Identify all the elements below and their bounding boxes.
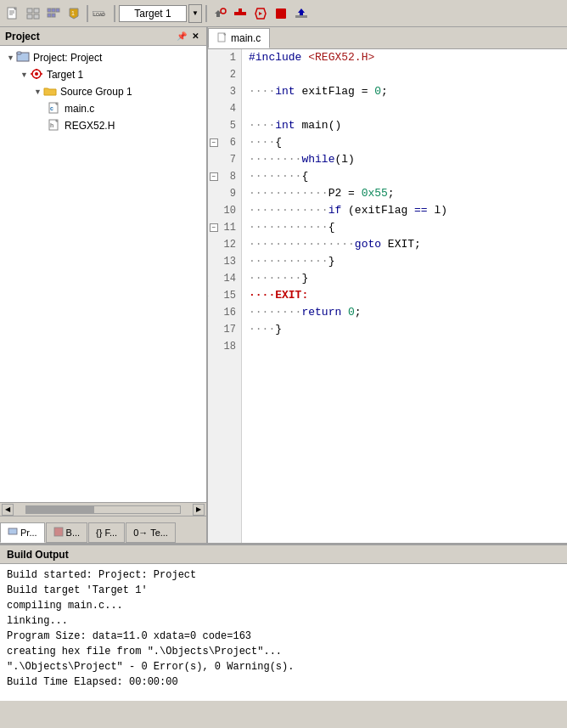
toolbar-build[interactable] bbox=[231, 4, 250, 23]
close-icon[interactable]: ✕ bbox=[189, 31, 201, 42]
header-icons: 📌 ✕ bbox=[176, 31, 201, 42]
ln-7: 7 bbox=[208, 151, 241, 168]
folder-icon bbox=[43, 85, 57, 99]
collapse-btn-6[interactable]: − bbox=[210, 138, 218, 147]
panel-tabs: Pr... B... {} F... 0→ Te... bbox=[0, 516, 206, 543]
tree-item-regx52-h[interactable]: h REGX52.H bbox=[0, 117, 206, 134]
ln-6: − 6 bbox=[208, 134, 241, 151]
code-line-17: ····} bbox=[249, 321, 560, 338]
target-dropdown[interactable]: ▼ bbox=[188, 4, 202, 23]
tab-project[interactable]: Pr... bbox=[0, 522, 45, 543]
svg-rect-24 bbox=[295, 15, 307, 18]
toolbar-rebuild[interactable] bbox=[251, 4, 270, 23]
tab-books[interactable]: B... bbox=[46, 522, 88, 543]
build-line-3: compiling main.c... bbox=[7, 598, 560, 613]
code-line-12: ················goto EXIT; bbox=[249, 236, 560, 253]
toolbar-btn-4[interactable]: 1 bbox=[65, 4, 83, 23]
code-line-16: ········return 0; bbox=[249, 304, 560, 321]
code-line-11: ············{ bbox=[249, 219, 560, 236]
svg-text:1: 1 bbox=[71, 10, 75, 16]
ln-18: 18 bbox=[208, 338, 241, 355]
code-area[interactable]: #include <REGX52.H> ····int exitFlag = 0… bbox=[242, 49, 567, 543]
code-line-1: #include <REGX52.H> bbox=[249, 49, 560, 66]
svg-rect-5 bbox=[27, 8, 32, 13]
svg-text:c: c bbox=[50, 105, 53, 111]
ln-4: 4 bbox=[208, 100, 241, 117]
svg-rect-6 bbox=[34, 8, 39, 13]
build-line-1: Build started: Project: Project bbox=[7, 567, 560, 583]
project-icon bbox=[16, 51, 30, 65]
build-line-5: Program Size: data=11.0 xdata=0 code=163 bbox=[7, 629, 560, 644]
expand-icon-source-group: ▼ bbox=[34, 87, 42, 96]
code-line-3: ····int exitFlag = 0; bbox=[249, 83, 560, 100]
target-title[interactable]: Target 1 bbox=[119, 5, 187, 22]
scroll-left-arrow[interactable]: ◀ bbox=[2, 504, 14, 516]
code-line-8: ········{ bbox=[249, 168, 560, 185]
svg-marker-25 bbox=[298, 8, 305, 15]
collapse-btn-8[interactable]: − bbox=[210, 172, 218, 181]
ln-14: 14 bbox=[208, 270, 241, 287]
build-panel: Build Output Build started: Project: Pro… bbox=[0, 544, 567, 701]
tree-label-target1: Target 1 bbox=[47, 69, 83, 81]
tree-item-project-root[interactable]: ▼ Project: Project bbox=[0, 49, 206, 66]
tab-functions[interactable]: {} F... bbox=[88, 522, 125, 543]
toolbar-btn-3[interactable] bbox=[44, 4, 63, 23]
ln-8: − 8 bbox=[208, 168, 241, 185]
scroll-right-arrow[interactable]: ▶ bbox=[193, 504, 205, 516]
toolbar-btn-2[interactable] bbox=[24, 4, 42, 23]
tree-item-source-group[interactable]: ▼ Source Group 1 bbox=[0, 83, 206, 100]
ln-2: 2 bbox=[208, 66, 241, 83]
scrollbar-thumb bbox=[26, 506, 94, 513]
svg-rect-40 bbox=[8, 528, 17, 534]
svg-rect-9 bbox=[48, 8, 51, 12]
svg-text:h: h bbox=[50, 122, 53, 128]
project-panel-title: Project bbox=[5, 31, 40, 42]
svg-rect-8 bbox=[34, 14, 39, 19]
scrollbar-track[interactable] bbox=[25, 505, 181, 514]
ln-5: 5 bbox=[208, 117, 241, 134]
tab-templates-label: 0→ Te... bbox=[133, 528, 168, 538]
code-line-18 bbox=[249, 338, 560, 355]
build-output-content[interactable]: Build started: Project: Project Build ta… bbox=[0, 564, 567, 701]
build-line-4: linking... bbox=[7, 613, 560, 629]
tree-item-target1[interactable]: ▼ Target 1 bbox=[0, 66, 206, 83]
tab-project-icon bbox=[8, 527, 18, 539]
build-output-title: Build Output bbox=[7, 549, 69, 561]
ln-3: 3 bbox=[208, 83, 241, 100]
code-line-10: ············if (exitFlag == l) bbox=[249, 202, 560, 219]
tab-templates[interactable]: 0→ Te... bbox=[126, 522, 176, 543]
editor-tab-main-c[interactable]: main.c bbox=[208, 28, 270, 48]
code-line-7: ········while(l) bbox=[249, 151, 560, 168]
svg-rect-11 bbox=[56, 8, 59, 12]
toolbar-download[interactable] bbox=[292, 4, 311, 23]
editor-content[interactable]: 1 2 3 4 5 − 6 7 − 8 9 10 − 11 bbox=[208, 49, 567, 543]
file-h-icon: h bbox=[48, 119, 61, 133]
ln-1: 1 bbox=[208, 49, 241, 66]
separator-3 bbox=[205, 5, 207, 22]
ln-12: 12 bbox=[208, 236, 241, 253]
svg-rect-41 bbox=[54, 528, 63, 536]
editor-tab-label: main.c bbox=[231, 32, 261, 44]
tree-item-main-c[interactable]: c main.c bbox=[0, 100, 206, 117]
svg-point-29 bbox=[35, 72, 38, 76]
tree-label-source-group: Source Group 1 bbox=[60, 86, 132, 98]
svg-rect-27 bbox=[17, 52, 21, 54]
toolbar-stop[interactable] bbox=[272, 4, 290, 23]
project-tree: ▼ Project: Project ▼ Target 1 ▼ bbox=[0, 46, 206, 502]
svg-text:LOAD: LOAD bbox=[93, 11, 105, 16]
ln-11: − 11 bbox=[208, 219, 241, 236]
code-line-15: ····EXIT: bbox=[249, 287, 560, 304]
code-line-4 bbox=[249, 100, 560, 117]
ln-13: 13 bbox=[208, 253, 241, 270]
target-icon bbox=[30, 68, 43, 82]
expand-icon-target: ▼ bbox=[20, 71, 28, 79]
collapse-btn-11[interactable]: − bbox=[210, 223, 218, 232]
toolbar-btn-1[interactable] bbox=[3, 4, 22, 23]
tab-functions-label: {} F... bbox=[96, 528, 117, 538]
toolbar-btn-load[interactable]: LOAD bbox=[92, 4, 110, 23]
code-line-2 bbox=[249, 66, 560, 83]
ln-16: 16 bbox=[208, 304, 241, 321]
pin-icon[interactable]: 📌 bbox=[176, 31, 188, 42]
svg-point-18 bbox=[221, 8, 226, 14]
toolbar-translate[interactable] bbox=[211, 4, 229, 23]
